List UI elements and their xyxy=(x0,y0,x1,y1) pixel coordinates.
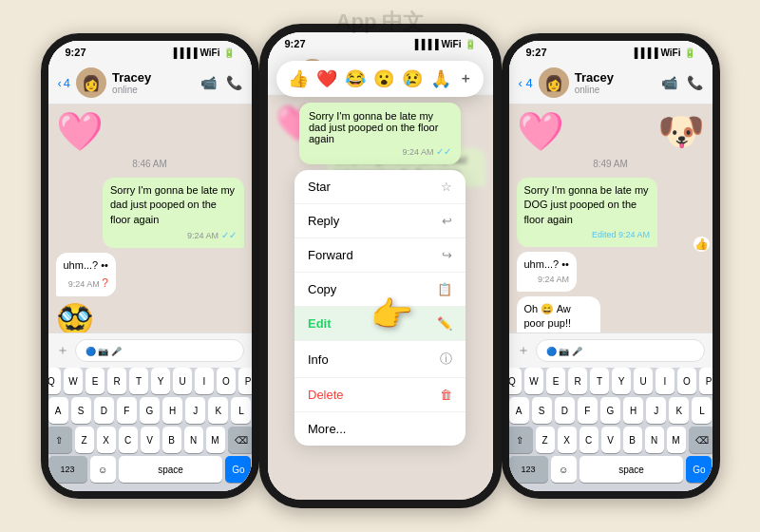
key-3-z[interactable]: Z xyxy=(536,427,555,453)
key-h[interactable]: H xyxy=(162,397,182,424)
key-o[interactable]: O xyxy=(217,368,236,394)
key-3-p[interactable]: P xyxy=(699,368,718,394)
key-n[interactable]: N xyxy=(184,427,203,453)
key-3-i[interactable]: I xyxy=(656,368,674,394)
emoji-wow[interactable]: 😮 xyxy=(373,68,394,89)
key-3-n[interactable]: N xyxy=(645,427,664,453)
key-shift[interactable]: ⇧ xyxy=(46,427,72,453)
key-k[interactable]: K xyxy=(208,397,228,424)
plus-icon-3[interactable]: ＋ xyxy=(517,342,530,359)
key-t[interactable]: T xyxy=(129,368,148,394)
key-3-r[interactable]: R xyxy=(568,368,587,394)
key-a[interactable]: A xyxy=(48,397,68,424)
key-v[interactable]: V xyxy=(141,427,160,453)
key-3-go[interactable]: Go xyxy=(686,456,712,483)
menu-label-delete: Delete xyxy=(308,388,344,402)
emoji-more-btn[interactable]: ＋ xyxy=(459,70,472,87)
menu-item-delete[interactable]: Delete 🗑 xyxy=(294,378,466,412)
key-3-j[interactable]: J xyxy=(646,397,666,424)
keyboard-1: Q W E R T Y U I O P A S D F G H J K L xyxy=(48,368,252,491)
emoji-reaction-bar[interactable]: 👍 ❤️ 😂 😮 😢 🙏 ＋ xyxy=(276,61,484,97)
key-3-l[interactable]: L xyxy=(692,397,712,424)
emoji-laugh[interactable]: 😂 xyxy=(345,68,366,89)
back-button-3[interactable]: ‹ 4 xyxy=(519,76,533,90)
key-3-emoji[interactable]: ☺ xyxy=(551,456,577,483)
key-3-d[interactable]: D xyxy=(555,397,575,424)
key-3-y[interactable]: Y xyxy=(612,368,631,394)
key-r[interactable]: R xyxy=(107,368,126,394)
key-3-u[interactable]: U xyxy=(634,368,653,394)
emoji-heart[interactable]: ❤️ xyxy=(316,68,337,89)
key-3-h[interactable]: H xyxy=(623,397,643,424)
menu-item-info[interactable]: Info ⓘ xyxy=(294,341,466,378)
key-b[interactable]: B xyxy=(162,427,181,453)
key-z[interactable]: Z xyxy=(75,427,94,453)
key-3-o[interactable]: O xyxy=(677,368,696,394)
key-j[interactable]: J xyxy=(185,397,205,424)
key-f[interactable]: F xyxy=(117,397,137,424)
key-u[interactable]: U xyxy=(173,368,192,394)
key-3-a[interactable]: A xyxy=(509,397,529,424)
sent-message-1[interactable]: Sorry I'm gonna be late my dad just poop… xyxy=(103,178,244,248)
key-3-f[interactable]: F xyxy=(578,397,598,424)
key-3-delete[interactable]: ⌫ xyxy=(689,427,715,453)
key-go[interactable]: Go xyxy=(225,456,251,483)
key-3-123[interactable]: 123 xyxy=(509,456,548,483)
phone-icon-3[interactable]: 📞 xyxy=(687,75,703,90)
key-c[interactable]: C xyxy=(119,427,138,453)
key-3-k[interactable]: K xyxy=(669,397,689,424)
key-3-s[interactable]: S xyxy=(532,397,552,424)
key-i[interactable]: I xyxy=(195,368,214,394)
key-3-g[interactable]: G xyxy=(600,397,620,424)
key-q[interactable]: Q xyxy=(42,368,61,394)
key-3-x[interactable]: X xyxy=(558,427,577,453)
key-3-q[interactable]: Q xyxy=(503,368,522,394)
key-123[interactable]: 123 xyxy=(48,456,87,483)
received-message-3[interactable]: uhm...? •• 9:24 AM xyxy=(517,252,577,292)
header-icons-3[interactable]: 📹 📞 xyxy=(661,75,703,90)
key-emoji[interactable]: ☺ xyxy=(90,456,116,483)
key-w[interactable]: W xyxy=(64,368,83,394)
received-message-4[interactable]: Oh 😄 Aw poor pup!! 9:25 AM xyxy=(517,296,600,332)
kb-row-4: 123 ☺ space Go xyxy=(48,456,252,483)
key-p[interactable]: P xyxy=(238,368,257,394)
key-g[interactable]: G xyxy=(140,397,160,424)
key-3-b[interactable]: B xyxy=(623,427,642,453)
key-l[interactable]: L xyxy=(231,397,251,424)
key-3-e[interactable]: E xyxy=(546,368,565,394)
message-input-1[interactable]: 🔵 📷 🎤 xyxy=(75,339,244,362)
message-input-3[interactable]: 🔵 📷 🎤 xyxy=(536,339,705,362)
key-delete[interactable]: ⌫ xyxy=(228,427,255,453)
key-x[interactable]: X xyxy=(97,427,116,453)
msg-text-5: Oh 😄 Aw poor pup!! xyxy=(524,302,593,332)
video-icon-3[interactable]: 📹 xyxy=(661,75,677,90)
received-message-1[interactable]: uhm...? •• 9:24 AM ? xyxy=(56,253,116,296)
key-3-c[interactable]: C xyxy=(580,427,598,453)
key-3-v[interactable]: V xyxy=(601,427,620,453)
key-y[interactable]: Y xyxy=(151,368,170,394)
kb-row-2: A S D F G H J K L xyxy=(48,397,252,424)
key-e[interactable]: E xyxy=(86,368,104,394)
key-3-m[interactable]: M xyxy=(667,427,686,453)
plus-icon-1[interactable]: ＋ xyxy=(56,342,69,359)
key-s[interactable]: S xyxy=(71,397,91,424)
key-3-t[interactable]: T xyxy=(590,368,609,394)
emoji-pray[interactable]: 🙏 xyxy=(430,68,451,89)
key-3-shift[interactable]: ⇧ xyxy=(506,427,533,453)
phone-icon-1[interactable]: 📞 xyxy=(226,75,242,90)
menu-item-forward[interactable]: Forward ↪ xyxy=(294,238,466,273)
menu-item-reply[interactable]: Reply ↩ xyxy=(294,204,466,238)
back-button-1[interactable]: ‹ 4 xyxy=(58,76,71,90)
video-icon-1[interactable]: 📹 xyxy=(200,75,217,90)
key-d[interactable]: D xyxy=(94,397,114,424)
emoji-sad[interactable]: 😢 xyxy=(402,68,423,89)
header-icons-1[interactable]: 📹 📞 xyxy=(200,75,242,90)
key-3-space[interactable]: space xyxy=(580,456,683,483)
key-m[interactable]: M xyxy=(206,427,225,453)
menu-item-more[interactable]: More... xyxy=(294,412,466,446)
emoji-thumbs-up[interactable]: 👍 xyxy=(288,68,309,89)
key-space[interactable]: space xyxy=(119,456,222,483)
menu-item-star[interactable]: Star ☆ xyxy=(294,170,466,204)
sent-message-3[interactable]: Sorry I'm gonna be late my DOG just poop… xyxy=(517,178,658,247)
key-3-w[interactable]: W xyxy=(524,368,543,394)
